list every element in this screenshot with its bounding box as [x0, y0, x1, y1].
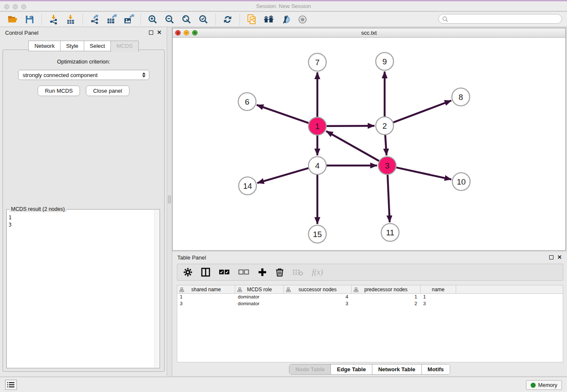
- graph-node-10[interactable]: 10: [452, 173, 470, 190]
- toolbar-separator: [83, 14, 83, 25]
- search-input[interactable]: [450, 16, 561, 22]
- select-all-columns-icon[interactable]: [219, 269, 230, 275]
- float-panel-icon[interactable]: [549, 255, 553, 259]
- panel-splitter[interactable]: [167, 27, 172, 376]
- mcds-result-box: MCDS result (2 nodes) 1 3: [6, 209, 160, 368]
- graph-node-6[interactable]: 6: [238, 93, 256, 110]
- export-image-icon[interactable]: [120, 13, 137, 26]
- tab-motifs[interactable]: Motifs: [422, 364, 450, 374]
- column-header-shared-name[interactable]: shared name: [177, 285, 235, 293]
- status-bar: Memory: [0, 377, 567, 392]
- graph-node-7[interactable]: 7: [308, 53, 326, 71]
- edge-4-14[interactable]: [257, 168, 308, 183]
- graph-node-1[interactable]: 1: [308, 117, 326, 135]
- hide-graphics-details-icon[interactable]: [277, 13, 294, 26]
- column-header-successor-nodes[interactable]: successor nodes: [284, 285, 352, 293]
- table-cell[interactable]: 3: [284, 301, 352, 307]
- table-cell[interactable]: dominator: [235, 294, 284, 301]
- table-tabs: Node TableEdge TableNetwork TableMotifs: [172, 364, 567, 375]
- tab-network[interactable]: Network: [28, 41, 61, 51]
- edge-1-6[interactable]: [257, 105, 309, 123]
- import-network-icon[interactable]: [45, 13, 62, 26]
- edge-3-10[interactable]: [396, 168, 451, 179]
- tab-select[interactable]: Select: [84, 41, 111, 51]
- memory-button[interactable]: Memory: [526, 380, 562, 390]
- save-session-icon[interactable]: [21, 13, 38, 26]
- task-history-button[interactable]: [5, 380, 17, 390]
- network-canvas[interactable]: 1234678910111415: [173, 38, 565, 250]
- table-body: 1dominator4113dominator323: [177, 294, 563, 307]
- svg-text:6: 6: [245, 97, 250, 106]
- svg-text:10: 10: [457, 177, 465, 186]
- table-cell[interactable]: 1: [177, 294, 235, 301]
- toolbar-separator: [140, 14, 141, 25]
- optimization-criterion-label: Optimization criterion:: [3, 58, 164, 65]
- graph-node-11[interactable]: 11: [381, 224, 399, 241]
- network-overview-icon[interactable]: [260, 13, 277, 26]
- table-options-gear-icon[interactable]: [183, 268, 193, 277]
- table-cell[interactable]: 4: [284, 294, 352, 301]
- graph-node-9[interactable]: 9: [376, 52, 394, 70]
- delete-column-trash-icon[interactable]: [275, 268, 284, 277]
- show-column-panel-icon[interactable]: [201, 268, 210, 277]
- unselect-all-columns-icon[interactable]: [238, 269, 249, 275]
- table-cell[interactable]: 3: [177, 301, 235, 307]
- table-cell[interactable]: 1: [352, 294, 421, 301]
- edge-2-3[interactable]: [385, 135, 386, 155]
- zoom-in-icon[interactable]: [144, 13, 161, 26]
- table-row[interactable]: 1dominator411: [177, 294, 563, 301]
- result-scrollbar[interactable]: [154, 210, 159, 367]
- table-row[interactable]: 3dominator323: [177, 301, 563, 307]
- tab-network-table[interactable]: Network Table: [372, 364, 422, 374]
- edge-3-11[interactable]: [388, 175, 390, 222]
- network-window-titlebar[interactable]: x − + scc.txt: [173, 28, 565, 38]
- mcds-result-text[interactable]: 1 3: [8, 214, 154, 367]
- network-window: x − + scc.txt 1234678910111415: [172, 28, 566, 251]
- table-cell[interactable]: 3: [421, 301, 456, 307]
- search-field[interactable]: [438, 14, 562, 24]
- svg-text:9: 9: [383, 57, 387, 66]
- graph-node-4[interactable]: 4: [308, 157, 326, 174]
- tab-edge-table[interactable]: Edge Table: [331, 364, 372, 374]
- graph-node-3[interactable]: 3: [378, 157, 396, 174]
- clone-network-icon[interactable]: [243, 13, 260, 26]
- edge-3-1[interactable]: [326, 131, 379, 161]
- zoom-out-icon[interactable]: [161, 13, 178, 26]
- zoom-fit-icon[interactable]: [178, 13, 195, 26]
- show-graphics-details-icon[interactable]: [294, 13, 311, 26]
- create-column-plus-icon[interactable]: [258, 268, 267, 277]
- tab-style[interactable]: Style: [60, 41, 84, 51]
- tab-mcds[interactable]: MCDS: [110, 41, 138, 52]
- splitter-grip[interactable]: [168, 196, 171, 203]
- optimization-criterion-select[interactable]: strongly connected component: [18, 70, 149, 80]
- column-header-name[interactable]: name: [421, 285, 456, 293]
- edge-1-2[interactable]: [327, 126, 374, 126]
- close-panel-icon[interactable]: ✕: [157, 30, 162, 35]
- list-icon: [7, 382, 15, 388]
- open-file-icon[interactable]: [4, 13, 21, 26]
- table-cell[interactable]: dominator: [235, 301, 284, 307]
- export-network-icon[interactable]: [86, 13, 103, 26]
- import-table-icon[interactable]: [62, 13, 79, 26]
- table-cell[interactable]: 2: [352, 301, 421, 307]
- network-graph[interactable]: 1234678910111415: [173, 38, 565, 251]
- export-table-icon[interactable]: [103, 13, 120, 26]
- column-header-MCDS-role[interactable]: MCDS role: [235, 285, 284, 293]
- zoom-selected-icon[interactable]: [195, 13, 212, 26]
- float-panel-icon[interactable]: [149, 30, 153, 35]
- close-panel-icon[interactable]: ✕: [557, 255, 562, 259]
- graph-node-2[interactable]: 2: [376, 117, 394, 135]
- graph-node-8[interactable]: 8: [452, 88, 470, 106]
- edge-2-8[interactable]: [394, 100, 451, 122]
- column-header-predecessor-nodes[interactable]: predecessor nodes: [352, 285, 421, 293]
- graph-node-15[interactable]: 15: [308, 225, 326, 243]
- table-cell[interactable]: 1: [421, 294, 456, 301]
- graph-node-14[interactable]: 14: [239, 177, 256, 195]
- close-panel-button[interactable]: Close panel: [86, 86, 129, 96]
- table-panel-header: Table Panel ✕: [172, 252, 567, 263]
- toolbar-separator: [41, 14, 42, 25]
- tab-node-table[interactable]: Node Table: [289, 364, 331, 374]
- refresh-icon[interactable]: [219, 13, 236, 26]
- run-mcds-button[interactable]: Run MCDS: [38, 86, 80, 96]
- svg-text:15: 15: [313, 230, 322, 239]
